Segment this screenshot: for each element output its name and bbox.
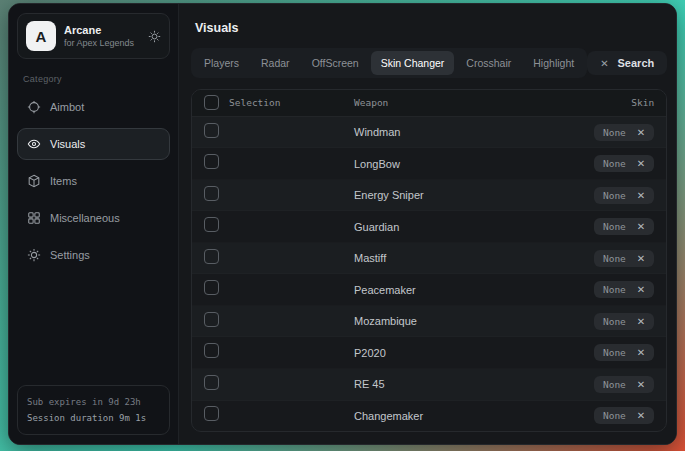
- row-checkbox[interactable]: [204, 186, 219, 201]
- skin-select[interactable]: None✕: [594, 407, 654, 424]
- aimbot-icon: [27, 100, 41, 114]
- grid-icon: [27, 211, 41, 225]
- skin-value: None: [603, 316, 626, 327]
- column-header-weapon: Weapon: [354, 97, 534, 108]
- weapon-name: Windman: [354, 126, 534, 138]
- sidebar: A Arcane for Apex Legends Category Aimbo…: [9, 4, 179, 444]
- table-row: RE 45 None✕: [192, 369, 666, 401]
- row-checkbox[interactable]: [204, 154, 219, 169]
- clear-skin-icon[interactable]: ✕: [637, 127, 645, 138]
- app-logo: A: [26, 21, 56, 51]
- tab-skin-changer[interactable]: Skin Changer: [371, 51, 455, 75]
- row-checkbox[interactable]: [204, 217, 219, 232]
- clear-skin-icon[interactable]: ✕: [637, 284, 645, 295]
- tab-crosshair[interactable]: Crosshair: [456, 51, 521, 75]
- weapon-name: Mastiff: [354, 252, 534, 264]
- subscription-info-card: Sub expires in 9d 23h Session duration 9…: [17, 385, 170, 435]
- skin-select[interactable]: None✕: [594, 187, 654, 204]
- table-row: P2020 None✕: [192, 337, 666, 369]
- skin-value: None: [603, 379, 626, 390]
- column-header-selection: Selection: [229, 97, 280, 108]
- toolbar: Players Radar OffScreen Skin Changer Cro…: [191, 48, 667, 78]
- row-checkbox[interactable]: [204, 280, 219, 295]
- page-title: Visuals: [195, 21, 663, 35]
- sidebar-item-visuals[interactable]: Visuals: [17, 128, 170, 160]
- row-checkbox[interactable]: [204, 249, 219, 264]
- weapon-name: Guardian: [354, 221, 534, 233]
- clear-skin-icon[interactable]: ✕: [637, 347, 645, 358]
- tab-players[interactable]: Players: [194, 51, 249, 75]
- weapon-name: Changemaker: [354, 410, 534, 422]
- row-checkbox[interactable]: [204, 123, 219, 138]
- tab-offscreen[interactable]: OffScreen: [302, 51, 369, 75]
- clear-skin-icon[interactable]: ✕: [637, 410, 645, 421]
- table-header: Selection Weapon Skin: [192, 90, 666, 117]
- sidebar-item-label: Settings: [50, 249, 90, 261]
- skin-select[interactable]: None✕: [594, 155, 654, 172]
- select-all-checkbox[interactable]: [204, 95, 219, 110]
- skin-value: None: [603, 284, 626, 295]
- search-button-label: Search: [618, 57, 655, 69]
- tab-radar[interactable]: Radar: [251, 51, 300, 75]
- app-logo-card: A Arcane for Apex Legends: [17, 13, 170, 59]
- table-row: Peacemaker None✕: [192, 274, 666, 306]
- weapon-name: Peacemaker: [354, 284, 534, 296]
- table-row: Windman None✕: [192, 117, 666, 149]
- category-label: Category: [23, 74, 164, 84]
- clear-skin-icon[interactable]: ✕: [637, 316, 645, 327]
- skin-select[interactable]: None✕: [594, 344, 654, 361]
- app-subtitle: for Apex Legends: [64, 38, 140, 48]
- weapon-name: Mozambique: [354, 315, 534, 327]
- skin-value: None: [603, 347, 626, 358]
- sidebar-item-items[interactable]: Items: [17, 165, 170, 197]
- clear-skin-icon[interactable]: ✕: [637, 253, 645, 264]
- settings-gear-icon: [27, 248, 41, 262]
- skin-value: None: [603, 190, 626, 201]
- tab-bar: Players Radar OffScreen Skin Changer Cro…: [191, 48, 587, 78]
- skin-value: None: [603, 410, 626, 421]
- gear-icon[interactable]: [148, 30, 161, 43]
- sidebar-item-label: Miscellaneous: [50, 212, 120, 224]
- skin-changer-table: Selection Weapon Skin Windman None✕ Long…: [191, 89, 667, 432]
- sidebar-item-miscellaneous[interactable]: Miscellaneous: [17, 202, 170, 234]
- clear-skin-icon[interactable]: ✕: [637, 221, 645, 232]
- skin-value: None: [603, 253, 626, 264]
- skin-select[interactable]: None✕: [594, 218, 654, 235]
- table-row: Energy Sniper None✕: [192, 180, 666, 212]
- weapon-name: RE 45: [354, 378, 534, 390]
- sidebar-item-label: Visuals: [50, 138, 85, 150]
- search-button[interactable]: ✕ Search: [587, 51, 667, 75]
- clear-skin-icon[interactable]: ✕: [637, 190, 645, 201]
- row-checkbox[interactable]: [204, 343, 219, 358]
- app-name: Arcane: [64, 24, 140, 36]
- main-panel: Visuals Players Radar OffScreen Skin Cha…: [179, 4, 677, 444]
- table-row: Guardian None✕: [192, 211, 666, 243]
- row-checkbox[interactable]: [204, 375, 219, 390]
- skin-select[interactable]: None✕: [594, 281, 654, 298]
- table-row: Changemaker None✕: [192, 401, 666, 432]
- app-window: A Arcane for Apex Legends Category Aimbo…: [8, 3, 677, 445]
- skin-value: None: [603, 127, 626, 138]
- clear-skin-icon[interactable]: ✕: [637, 158, 645, 169]
- weapon-name: Energy Sniper: [354, 189, 534, 201]
- skin-select[interactable]: None✕: [594, 250, 654, 267]
- weapon-name: LongBow: [354, 158, 534, 170]
- sidebar-item-label: Items: [50, 175, 77, 187]
- clear-skin-icon[interactable]: ✕: [637, 379, 645, 390]
- skin-select[interactable]: None✕: [594, 313, 654, 330]
- visuals-icon: [27, 137, 41, 151]
- session-duration-text: Session duration 9m 1s: [27, 410, 160, 426]
- table-row: Mastiff None✕: [192, 243, 666, 275]
- search-icon: ✕: [600, 58, 608, 69]
- table-row: Mozambique None✕: [192, 306, 666, 338]
- skin-select[interactable]: None✕: [594, 124, 654, 141]
- sidebar-item-settings[interactable]: Settings: [17, 239, 170, 271]
- column-header-skin: Skin: [534, 97, 654, 108]
- skin-value: None: [603, 158, 626, 169]
- row-checkbox[interactable]: [204, 406, 219, 421]
- row-checkbox[interactable]: [204, 312, 219, 327]
- sidebar-item-aimbot[interactable]: Aimbot: [17, 91, 170, 123]
- skin-select[interactable]: None✕: [594, 376, 654, 393]
- sidebar-item-label: Aimbot: [50, 101, 84, 113]
- tab-highlight[interactable]: Highlight: [523, 51, 584, 75]
